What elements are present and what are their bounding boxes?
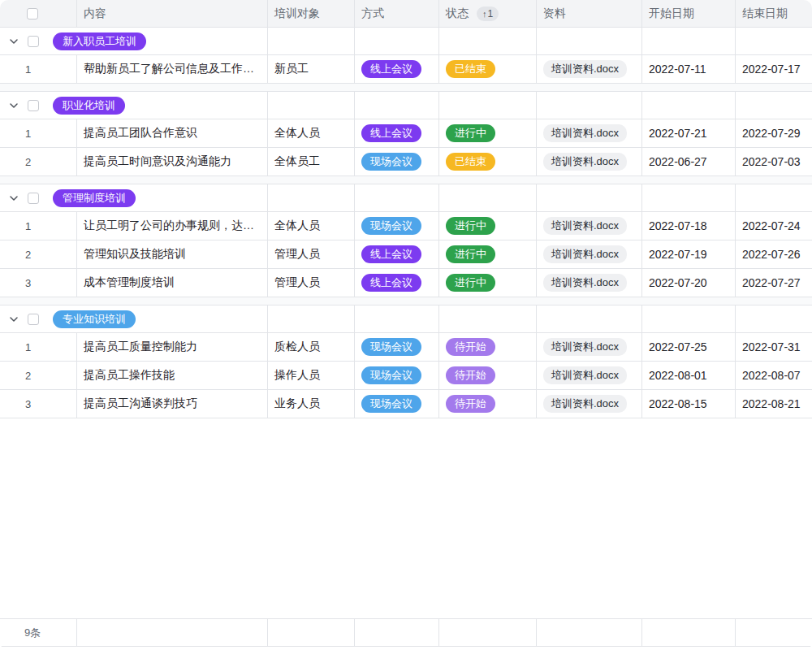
- method-option-tag[interactable]: 线上会议: [361, 60, 421, 78]
- summary-cell[interactable]: [537, 619, 642, 646]
- column-header-content[interactable]: 内容: [77, 0, 268, 27]
- file-cell[interactable]: 培训资料.docx: [537, 212, 642, 240]
- group-checkbox[interactable]: [28, 100, 39, 111]
- table-row[interactable]: 2管理知识及技能培训管理人员线上会议进行中培训资料.docx2022-07-19…: [0, 240, 812, 269]
- method-cell[interactable]: 现场会议: [355, 212, 439, 240]
- sort-indicator-badge[interactable]: ↑ 1: [477, 6, 499, 21]
- method-option-tag[interactable]: 线上会议: [361, 124, 421, 142]
- method-cell[interactable]: 现场会议: [355, 390, 439, 418]
- method-option-tag[interactable]: 现场会议: [361, 217, 421, 235]
- start-date-cell[interactable]: 2022-08-01: [642, 362, 736, 389]
- status-option-tag[interactable]: 待开始: [446, 366, 495, 384]
- end-date-cell[interactable]: 2022-07-26: [736, 240, 812, 268]
- group-name-badge[interactable]: 职业化培训: [53, 97, 125, 115]
- content-cell[interactable]: 管理知识及技能培训: [77, 240, 268, 268]
- content-cell[interactable]: 提高员工质量控制能力: [77, 333, 268, 361]
- status-cell[interactable]: 进行中: [439, 240, 537, 268]
- method-cell[interactable]: 线上会议: [355, 119, 439, 147]
- file-cell[interactable]: 培训资料.docx: [537, 333, 642, 361]
- summary-cell[interactable]: [439, 619, 537, 646]
- target-cell[interactable]: 新员工: [268, 55, 355, 83]
- status-option-tag[interactable]: 进行中: [446, 124, 495, 142]
- content-cell[interactable]: 提高员工操作技能: [77, 362, 268, 389]
- start-date-cell[interactable]: 2022-07-19: [642, 240, 736, 268]
- method-option-tag[interactable]: 线上会议: [361, 245, 421, 263]
- start-date-cell[interactable]: 2022-08-15: [642, 390, 736, 418]
- table-row[interactable]: 3成本管理制度培训管理人员线上会议进行中培训资料.docx2022-07-202…: [0, 269, 812, 297]
- target-cell[interactable]: 全体人员: [268, 119, 355, 147]
- table-row[interactable]: 2提高员工操作技能操作人员现场会议待开始培训资料.docx2022-08-012…: [0, 362, 812, 390]
- summary-cell[interactable]: [355, 619, 439, 646]
- file-cell[interactable]: 培训资料.docx: [537, 240, 642, 268]
- end-date-cell[interactable]: 2022-07-27: [736, 269, 812, 297]
- end-date-cell[interactable]: 2022-07-17: [736, 55, 812, 83]
- file-cell[interactable]: 培训资料.docx: [537, 119, 642, 147]
- method-cell[interactable]: 线上会议: [355, 240, 439, 268]
- chevron-down-icon[interactable]: [8, 193, 19, 204]
- summary-cell[interactable]: [268, 619, 355, 646]
- start-date-cell[interactable]: 2022-06-27: [642, 148, 736, 176]
- status-option-tag[interactable]: 已结束: [446, 60, 495, 78]
- column-header-end-date[interactable]: 结束日期: [736, 0, 812, 27]
- method-cell[interactable]: 线上会议: [355, 55, 439, 83]
- table-row[interactable]: 1帮助新员工了解公司信息及工作…新员工线上会议已结束培训资料.docx2022-…: [0, 55, 812, 84]
- content-cell[interactable]: 提高员工时间意识及沟通能力: [77, 148, 268, 176]
- target-cell[interactable]: 全体人员: [268, 212, 355, 240]
- file-cell[interactable]: 培训资料.docx: [537, 269, 642, 297]
- attachment-chip[interactable]: 培训资料.docx: [543, 60, 627, 78]
- file-cell[interactable]: 培训资料.docx: [537, 148, 642, 176]
- end-date-cell[interactable]: 2022-07-29: [736, 119, 812, 147]
- status-option-tag[interactable]: 待开始: [446, 395, 495, 413]
- method-option-tag[interactable]: 线上会议: [361, 274, 421, 292]
- attachment-chip[interactable]: 培训资料.docx: [543, 245, 627, 263]
- method-option-tag[interactable]: 现场会议: [361, 395, 421, 413]
- end-date-cell[interactable]: 2022-08-07: [736, 362, 812, 389]
- status-cell[interactable]: 待开始: [439, 362, 537, 389]
- status-option-tag[interactable]: 进行中: [446, 217, 495, 235]
- start-date-cell[interactable]: 2022-07-11: [642, 55, 736, 83]
- status-cell[interactable]: 进行中: [439, 119, 537, 147]
- attachment-chip[interactable]: 培训资料.docx: [543, 124, 627, 142]
- group-checkbox[interactable]: [28, 193, 39, 204]
- content-cell[interactable]: 提高员工团队合作意识: [77, 119, 268, 147]
- status-cell[interactable]: 待开始: [439, 333, 537, 361]
- group-name-badge[interactable]: 专业知识培训: [53, 310, 136, 328]
- attachment-chip[interactable]: 培训资料.docx: [543, 274, 627, 292]
- method-option-tag[interactable]: 现场会议: [361, 338, 421, 356]
- content-cell[interactable]: 提高员工沟通谈判技巧: [77, 390, 268, 418]
- method-cell[interactable]: 现场会议: [355, 362, 439, 389]
- method-option-tag[interactable]: 现场会议: [361, 153, 421, 171]
- table-row[interactable]: 1提高员工质量控制能力质检人员现场会议待开始培训资料.docx2022-07-2…: [0, 333, 812, 362]
- summary-cell[interactable]: [77, 619, 268, 646]
- file-cell[interactable]: 培训资料.docx: [537, 55, 642, 83]
- start-date-cell[interactable]: 2022-07-25: [642, 333, 736, 361]
- end-date-cell[interactable]: 2022-08-21: [736, 390, 812, 418]
- summary-cell[interactable]: [736, 619, 812, 646]
- target-cell[interactable]: 质检人员: [268, 333, 355, 361]
- group-name-badge[interactable]: 新入职员工培训: [53, 32, 146, 50]
- table-row[interactable]: 3提高员工沟通谈判技巧业务人员现场会议待开始培训资料.docx2022-08-1…: [0, 390, 812, 418]
- target-cell[interactable]: 管理人员: [268, 240, 355, 268]
- target-cell[interactable]: 操作人员: [268, 362, 355, 389]
- status-option-tag[interactable]: 进行中: [446, 274, 495, 292]
- content-cell[interactable]: 成本管理制度培训: [77, 269, 268, 297]
- end-date-cell[interactable]: 2022-07-31: [736, 333, 812, 361]
- end-date-cell[interactable]: 2022-07-24: [736, 212, 812, 240]
- column-header-status[interactable]: 状态 ↑ 1: [439, 0, 537, 27]
- content-cell[interactable]: 帮助新员工了解公司信息及工作…: [77, 55, 268, 83]
- table-row[interactable]: 1让员工明了公司的办事规则，达…全体人员现场会议进行中培训资料.docx2022…: [0, 212, 812, 240]
- status-cell[interactable]: 待开始: [439, 390, 537, 418]
- method-option-tag[interactable]: 现场会议: [361, 366, 421, 384]
- column-header-target[interactable]: 培训对象: [268, 0, 355, 27]
- attachment-chip[interactable]: 培训资料.docx: [543, 338, 627, 356]
- status-cell[interactable]: 进行中: [439, 269, 537, 297]
- status-option-tag[interactable]: 待开始: [446, 338, 495, 356]
- chevron-down-icon[interactable]: [8, 36, 19, 47]
- attachment-chip[interactable]: 培训资料.docx: [543, 153, 627, 171]
- chevron-down-icon[interactable]: [8, 314, 19, 325]
- status-option-tag[interactable]: 进行中: [446, 245, 495, 263]
- start-date-cell[interactable]: 2022-07-18: [642, 212, 736, 240]
- column-header-method[interactable]: 方式: [355, 0, 439, 27]
- status-cell[interactable]: 进行中: [439, 212, 537, 240]
- method-cell[interactable]: 现场会议: [355, 333, 439, 361]
